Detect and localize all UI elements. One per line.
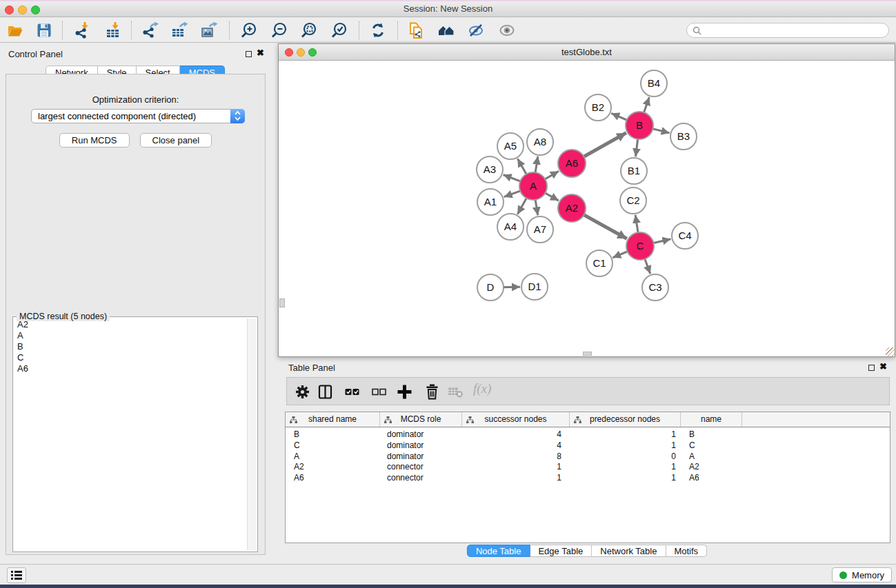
network-graph[interactable]: AA1A2A3A4A5A6A7A8BB1B2B3B4CC1C2C3C4DD1 (279, 61, 895, 356)
graph-node-B1[interactable]: B1 (621, 158, 647, 184)
minimize-view-button[interactable] (297, 48, 305, 57)
column-type-icon (384, 416, 392, 423)
close-window-button[interactable] (5, 6, 14, 14)
graph-node-A4[interactable]: A4 (497, 214, 524, 240)
graph-node-B4[interactable]: B4 (641, 70, 667, 97)
horizontal-scroll-thumb[interactable] (583, 352, 592, 356)
tab-motifs[interactable]: Motifs (666, 545, 707, 557)
table-row[interactable]: A2connector11A2 (286, 462, 890, 473)
first-neighbors-button[interactable] (437, 21, 455, 39)
minimize-window-button[interactable] (18, 6, 27, 14)
column-header[interactable]: shared name (286, 412, 380, 427)
table-cell: B (681, 429, 742, 440)
graph-node-B2[interactable]: B2 (585, 94, 611, 121)
desktop-background (0, 585, 896, 588)
table-panel: Table Panel ✖ f(x) shared nameMCDS roles… (278, 358, 896, 564)
float-panel-icon[interactable] (246, 51, 252, 57)
table-row[interactable]: Bdominator41B (286, 429, 890, 440)
graph-node-A8[interactable]: A8 (527, 129, 553, 155)
column-header[interactable]: successor nodes (462, 412, 570, 427)
import-table-button[interactable] (104, 21, 122, 39)
clone-network-icon (408, 21, 426, 39)
column-header[interactable]: predecessor nodes (570, 412, 681, 427)
delete-columns-button[interactable] (424, 383, 441, 401)
resize-grip-icon[interactable] (886, 347, 895, 356)
list-icon (11, 570, 22, 580)
zoom-fit-button[interactable] (300, 21, 318, 39)
graph-node-A3[interactable]: A3 (477, 156, 503, 183)
close-view-button[interactable] (285, 48, 293, 57)
select-all-button[interactable] (344, 383, 361, 401)
function-builder-button[interactable]: f(x) (473, 381, 490, 398)
graph-node-B3[interactable]: B3 (670, 123, 697, 150)
graph-node-C[interactable]: C (626, 232, 654, 260)
deselect-all-button[interactable] (370, 383, 388, 401)
vertical-scroll-thumb[interactable] (279, 298, 285, 307)
network-window-titlebar[interactable]: testGlobe.txt (279, 44, 895, 61)
column-header[interactable]: MCDS role (380, 412, 462, 427)
hide-graphics-details-button[interactable] (467, 21, 485, 39)
criterion-dropdown[interactable]: largest connected component (directed) (31, 109, 245, 123)
task-history-button[interactable] (7, 567, 26, 583)
show-details-button[interactable] (498, 21, 516, 39)
zoom-out-button[interactable] (270, 21, 288, 39)
table-toolbar: f(x) (286, 377, 890, 405)
graph-node-D[interactable]: D (477, 274, 504, 301)
graph-node-A2[interactable]: A2 (558, 194, 586, 222)
graph-node-C1[interactable]: C1 (586, 250, 613, 276)
graph-node-A5[interactable]: A5 (497, 133, 524, 159)
search-input[interactable] (705, 26, 883, 35)
zoom-in-button[interactable] (240, 21, 258, 39)
save-session-button[interactable] (35, 21, 53, 39)
refresh-icon (369, 21, 387, 39)
graph-node-A1[interactable]: A1 (477, 189, 504, 215)
table-cell: 1 (570, 473, 681, 484)
export-image-button[interactable] (200, 21, 218, 39)
panel-layout-button[interactable] (317, 383, 334, 401)
table-row[interactable]: Adominator80A (286, 452, 890, 463)
close-panel-button[interactable]: Close panel (140, 133, 212, 148)
open-session-button[interactable] (6, 21, 24, 39)
graph-node-C4[interactable]: C4 (672, 223, 698, 249)
graph-node-A6[interactable]: A6 (558, 150, 586, 177)
node-label: C (637, 240, 644, 252)
float-panel-icon[interactable] (868, 365, 875, 371)
toolbar-separator (131, 21, 132, 39)
mcds-result-item[interactable]: B (14, 341, 246, 352)
home-icon (437, 21, 455, 39)
tab-node-table[interactable]: Node Table (467, 545, 530, 557)
refresh-layout-button[interactable] (369, 21, 387, 39)
column-header[interactable]: name (681, 412, 742, 427)
close-panel-icon[interactable]: ✖ (257, 48, 264, 59)
graph-node-C2[interactable]: C2 (620, 187, 646, 214)
tab-edge-table[interactable]: Edge Table (530, 545, 592, 557)
table-row[interactable]: A6connector11A6 (286, 473, 890, 484)
table-row[interactable]: Cdominator41C (286, 440, 890, 452)
delete-table-button[interactable] (447, 383, 464, 401)
create-column-button[interactable] (396, 383, 413, 401)
zoom-view-button[interactable] (308, 48, 317, 57)
tab-network-table[interactable]: Network Table (592, 545, 666, 557)
run-mcds-button[interactable]: Run MCDS (59, 133, 130, 148)
mcds-result-item[interactable]: A2 (14, 319, 246, 330)
mcds-result-item[interactable]: A6 (14, 363, 246, 374)
export-network-button[interactable] (141, 21, 159, 39)
search-field[interactable] (686, 23, 889, 38)
graph-node-A7[interactable]: A7 (527, 216, 553, 243)
table-settings-button[interactable] (294, 383, 311, 401)
import-network-button[interactable] (74, 21, 92, 39)
scrollbar-track[interactable] (247, 318, 256, 550)
close-panel-icon[interactable]: ✖ (879, 361, 887, 372)
memory-button[interactable]: Memory (832, 567, 892, 582)
graph-node-A[interactable]: A (519, 172, 547, 200)
table-cell: A2 (286, 462, 380, 473)
export-table-button[interactable] (170, 21, 188, 39)
clone-network-button[interactable] (408, 21, 426, 39)
graph-node-B[interactable]: B (626, 112, 653, 139)
graph-node-C3[interactable]: C3 (642, 274, 668, 301)
graph-node-D1[interactable]: D1 (521, 274, 548, 300)
mcds-result-item[interactable]: A (14, 330, 246, 341)
zoom-selected-button[interactable] (330, 21, 348, 39)
mcds-result-item[interactable]: C (14, 352, 246, 363)
zoom-window-button[interactable] (31, 6, 40, 14)
